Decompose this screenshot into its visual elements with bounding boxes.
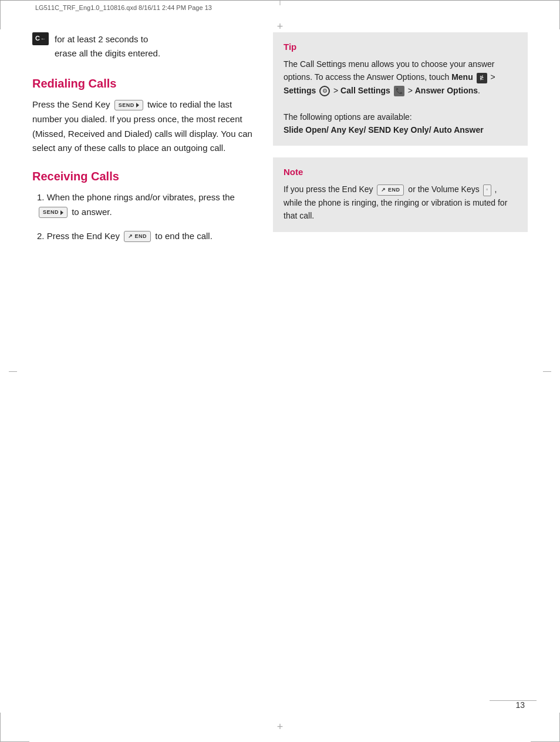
main-content: C ← for at least 2 seconds to erase all … [0,15,560,276]
redialing-section: Redialing Calls Press the Send Key SEND … [32,77,255,156]
press-send-key-label: Press the Send Key [32,99,113,109]
note-body: If you press the End Key ↗ END or the Vo… [284,183,517,222]
page-container: LG511C_TRF_Eng1.0_110816.qxd 8/16/11 2:4… [0,0,560,742]
list-item-1-text: 1. When the phone rings and/or vibrates,… [37,190,255,220]
receiving-list: 1. When the phone rings and/or vibrates,… [32,190,255,243]
left-column: C ← for at least 2 seconds to erase all … [32,32,255,253]
call-settings-icon: 📞 [394,86,404,96]
end-key-inline: ↗ END [124,231,151,242]
bottom-center-mark [277,721,284,733]
send-key-arrow [136,103,139,108]
top-center-mark [277,21,284,33]
volume-key-icon: ▫ [483,184,491,196]
end-key-note: ↗ END [377,184,404,195]
right-column: Tip The Call Settings menu allows you to… [273,32,528,253]
send-arrow-2 [60,210,63,215]
tip-title: Tip [284,42,517,52]
tip-body: The Call Settings menu allows you to cho… [284,58,517,136]
c-key-icon: C ← [32,32,49,45]
intro-section: C ← for at least 2 seconds to erase all … [32,32,255,61]
note-box: Note If you press the End Key ↗ END or t… [273,157,528,231]
page-number: 13 [515,700,525,710]
menu-icon: ⋭ [477,73,487,83]
note-title: Note [284,167,517,177]
tip-box: Tip The Call Settings menu allows you to… [273,32,528,146]
redialing-heading: Redialing Calls [32,77,255,90]
settings-icon: ⚙ [319,86,330,96]
list-item-1: 1. When the phone rings and/or vibrates,… [32,190,255,220]
side-mark-right [543,371,551,372]
receiving-section: Receiving Calls 1. When the phone rings … [32,170,255,243]
header-bar: LG511C_TRF_Eng1.0_110816.qxd 8/16/11 2:4… [0,0,560,15]
tip-options-text: Slide Open/ Any Key/ SEND Key Only/ Auto… [284,125,484,135]
side-mark-left [9,371,17,372]
header-text: LG511C_TRF_Eng1.0_110816.qxd 8/16/11 2:4… [35,4,212,11]
send-key-inline-2: SEND [39,207,68,218]
list-item-2: 2. Press the End Key ↗ END to end the ca… [32,229,255,244]
intro-text: for at least 2 seconds to erase all the … [55,32,160,61]
corner-mark-br [531,713,560,742]
receiving-heading: Receiving Calls [32,170,255,183]
list-item-2-text: 2. Press the End Key ↗ END to end the ca… [37,229,212,244]
redialing-body: Press the Send Key SEND twice to redial … [32,98,255,156]
page-divider [490,700,537,701]
send-key-button-inline: SEND [114,100,143,111]
corner-mark-bl [0,713,29,742]
